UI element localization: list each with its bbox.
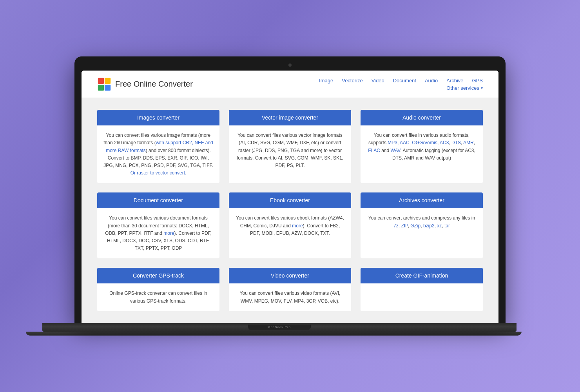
raster-to-vector-link[interactable]: Or raster to vector convert. [130, 170, 187, 176]
7z-link[interactable]: 7z [393, 223, 399, 229]
site-logo-icon [97, 77, 111, 91]
ogg-link[interactable]: OGG/Vorbis [412, 140, 437, 145]
document-converter-body: You can convert files various document f… [97, 208, 219, 258]
nav-link-image[interactable]: Image [319, 78, 333, 83]
chevron-down-icon: ▾ [481, 86, 483, 90]
other-services-dropdown[interactable]: Other services ▾ [446, 85, 483, 91]
gps-converter-button[interactable]: Converter GPS-track [97, 268, 219, 283]
card-video-converter: Video converter You can convert files va… [229, 268, 351, 311]
svg-rect-2 [98, 85, 104, 91]
laptop-foot [26, 332, 522, 336]
nav-link-vectorize[interactable]: Vectorize [342, 78, 362, 83]
site-main: Images converter You can convert files v… [82, 98, 498, 323]
video-converter-button[interactable]: Video converter [229, 268, 351, 283]
laptop-base: MacBook Pro [42, 323, 517, 332]
laptop-notch: MacBook Pro [248, 325, 311, 330]
ac3-link[interactable]: AC3 [440, 140, 449, 145]
vector-converter-body: You can convert files various vector ima… [229, 125, 351, 176]
video-converter-body: You can convert files various video form… [229, 283, 351, 311]
ebook-converter-body: You can convert files various ebook form… [229, 208, 351, 243]
audio-converter-button[interactable]: Audio converter [361, 110, 483, 125]
vector-converter-button[interactable]: Vector image converter [229, 110, 351, 125]
card-gps-converter: Converter GPS-track Online GPS-track con… [97, 268, 219, 311]
svg-rect-3 [105, 85, 111, 91]
tar-link[interactable]: tar [444, 223, 450, 229]
svg-rect-0 [98, 78, 104, 84]
raw-formats-link[interactable]: with support CR2, NEF and more RAW forma… [106, 140, 213, 153]
main-nav: Image Vectorize Video Document Audio Arc… [319, 78, 483, 83]
archives-converter-button[interactable]: Archives converter [361, 192, 483, 208]
doc-more-link[interactable]: more [163, 230, 174, 236]
card-archives-converter: Archives converter You can convert archi… [361, 192, 483, 258]
card-vector-converter: Vector image converter You can convert f… [229, 110, 351, 183]
card-images-converter: Images converter You can convert files v… [97, 110, 219, 183]
wav-link[interactable]: WAV [391, 148, 401, 153]
laptop-brand-label: MacBook Pro [268, 325, 291, 329]
bzip2-link[interactable]: bzip2 [423, 223, 435, 229]
ebook-converter-button[interactable]: Ebook converter [229, 192, 351, 208]
site-title: Free Online Converter [115, 80, 193, 89]
dts-link[interactable]: DTS [451, 140, 461, 145]
archives-converter-body: You can convert archives and compress an… [361, 208, 483, 236]
ebook-more-link[interactable]: more [292, 223, 303, 229]
gps-converter-body: Online GPS-track converter can convert f… [97, 283, 219, 311]
xz-link[interactable]: xz [437, 223, 442, 229]
images-converter-button[interactable]: Images converter [97, 110, 219, 125]
gif-animation-body [361, 283, 483, 296]
site-header: Free Online Converter Image Vectorize Vi… [82, 71, 498, 98]
zip-link[interactable]: ZIP [401, 223, 408, 229]
card-ebook-converter: Ebook converter You can convert files va… [229, 192, 351, 258]
gzip-link[interactable]: GZip [410, 223, 420, 229]
cards-grid: Images converter You can convert files v… [97, 110, 483, 311]
svg-rect-1 [105, 78, 111, 84]
gif-animation-button[interactable]: Create GIF-animation [361, 268, 483, 283]
nav-link-archive[interactable]: Archive [446, 78, 463, 83]
aac-link[interactable]: AAC [400, 140, 410, 145]
card-document-converter: Document converter You can convert files… [97, 192, 219, 258]
card-audio-converter: Audio converter You can convert files in… [361, 110, 483, 183]
nav-link-gps[interactable]: GPS [472, 78, 483, 83]
mp3-link[interactable]: MP3 [388, 140, 397, 145]
logo-area: Free Online Converter [97, 77, 193, 91]
flac-link[interactable]: FLAC [368, 148, 380, 153]
nav-link-document[interactable]: Document [393, 78, 416, 83]
nav-link-audio[interactable]: Audio [425, 78, 438, 83]
camera-dot [288, 64, 292, 67]
document-converter-button[interactable]: Document converter [97, 192, 219, 208]
laptop-frame: Free Online Converter Image Vectorize Vi… [74, 56, 506, 335]
screen-bezel: Free Online Converter Image Vectorize Vi… [74, 56, 506, 323]
nav-link-video[interactable]: Video [372, 78, 384, 83]
nav-area: Image Vectorize Video Document Audio Arc… [319, 78, 483, 91]
images-converter-body: You can convert files various image form… [97, 125, 219, 183]
card-gif-animation: Create GIF-animation [361, 268, 483, 311]
audio-converter-body: You can convert files in various audio f… [361, 125, 483, 168]
other-services-label: Other services [446, 85, 479, 91]
amr-link[interactable]: AMR [463, 140, 474, 145]
screen-content: Free Online Converter Image Vectorize Vi… [82, 71, 498, 323]
